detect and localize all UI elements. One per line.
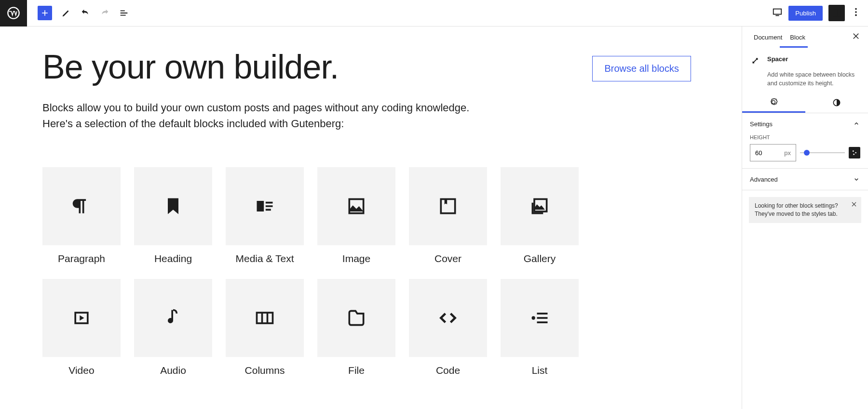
toggle-inserter-button[interactable] <box>38 6 52 20</box>
block-video[interactable]: Video <box>42 279 121 376</box>
block-list[interactable]: List <box>501 279 579 376</box>
redo-button[interactable] <box>99 8 110 18</box>
svg-point-14 <box>8 7 19 18</box>
block-description: Add white space between blocks and custo… <box>742 71 868 88</box>
tab-block[interactable]: Block <box>786 27 809 48</box>
pencil-icon <box>61 8 71 18</box>
height-presets-button[interactable] <box>849 147 860 158</box>
wordpress-logo[interactable] <box>0 0 27 26</box>
block-label: Media & Text <box>235 253 294 264</box>
dots-icon <box>851 7 861 17</box>
block-paragraph[interactable]: Paragraph <box>42 167 121 264</box>
block-label: File <box>348 365 365 376</box>
block-icon <box>750 55 760 68</box>
settings-sidebar-toggle[interactable] <box>828 5 845 21</box>
publish-button[interactable]: Publish <box>788 6 823 21</box>
sliders-icon <box>851 149 858 157</box>
intro-paragraph: Blocks allow you to build your own custo… <box>42 100 476 132</box>
settings-section-toggle[interactable]: Settings <box>750 120 860 128</box>
height-number-field[interactable] <box>755 149 774 157</box>
spacer-icon <box>750 55 760 66</box>
block-gallery[interactable]: Gallery <box>501 167 579 264</box>
block-label: Heading <box>154 253 192 264</box>
code-icon <box>437 307 459 329</box>
outline-icon <box>119 8 129 18</box>
block-image[interactable]: Image <box>317 167 395 264</box>
height-slider[interactable] <box>800 152 845 153</box>
panel-icon <box>831 8 842 18</box>
dismiss-notice-button[interactable] <box>851 201 857 210</box>
top-bar: Publish <box>0 0 868 26</box>
options-button[interactable] <box>851 7 861 19</box>
block-label: Audio <box>160 365 186 376</box>
undo-icon <box>80 8 91 18</box>
block-label: Paragraph <box>58 253 105 264</box>
chevron-up-icon <box>853 120 860 128</box>
gear-icon <box>769 97 778 107</box>
block-heading[interactable]: Heading <box>134 167 212 264</box>
height-label: HEIGHT <box>750 134 860 140</box>
block-label: Video <box>68 365 94 376</box>
paragraph-icon <box>71 196 92 217</box>
close-sidebar-button[interactable] <box>852 32 860 42</box>
settings-sidebar: Document Block Spacer Add white space be… <box>742 26 868 409</box>
panel-tab-styles[interactable] <box>805 92 868 113</box>
cover-icon <box>437 196 459 217</box>
undo-button[interactable] <box>80 8 91 18</box>
image-icon <box>346 196 367 217</box>
styles-moved-notice: Looking for other block settings? They'v… <box>749 197 861 223</box>
sidebar-tabs: Document Block <box>742 26 868 48</box>
video-icon <box>71 307 92 329</box>
block-cover[interactable]: Cover <box>409 167 487 264</box>
plus-icon <box>40 8 50 18</box>
block-columns[interactable]: Columns <box>226 279 304 376</box>
advanced-section-toggle[interactable]: Advanced <box>750 175 860 183</box>
close-icon <box>852 32 860 40</box>
browse-all-blocks-button[interactable]: Browse all blocks <box>592 56 691 81</box>
document-overview-button[interactable] <box>119 8 129 18</box>
block-label: Columns <box>245 365 285 376</box>
editor-canvas[interactable]: Browse all blocks Be your own builder. B… <box>0 26 742 409</box>
chevron-down-icon <box>853 175 860 183</box>
list-icon <box>529 307 550 329</box>
audio-icon <box>163 307 184 329</box>
file-icon <box>346 307 367 329</box>
block-file[interactable]: File <box>317 279 395 376</box>
block-media-text[interactable]: Media & Text <box>226 167 304 264</box>
view-button[interactable] <box>772 7 783 19</box>
block-label: Image <box>342 253 370 264</box>
contrast-icon <box>832 98 841 107</box>
gallery-icon <box>529 196 550 217</box>
close-icon <box>851 201 857 208</box>
media-text-icon <box>254 196 275 217</box>
height-input[interactable]: px <box>750 144 796 161</box>
heading-icon <box>163 196 184 217</box>
blocks-grid: ParagraphHeadingMedia & TextImageCoverGa… <box>42 167 699 376</box>
block-label: Gallery <box>524 253 556 264</box>
tools-button[interactable] <box>61 8 71 18</box>
block-label: Code <box>436 365 460 376</box>
block-audio[interactable]: Audio <box>134 279 212 376</box>
panel-tab-settings[interactable] <box>742 92 805 113</box>
tab-document[interactable]: Document <box>750 27 786 48</box>
height-unit[interactable]: px <box>784 149 791 157</box>
desktop-icon <box>772 7 783 17</box>
redo-icon <box>99 8 110 18</box>
block-code[interactable]: Code <box>409 279 487 376</box>
block-label: List <box>532 365 548 376</box>
columns-icon <box>254 307 275 329</box>
block-label: Cover <box>434 253 461 264</box>
block-name: Spacer <box>767 55 788 68</box>
